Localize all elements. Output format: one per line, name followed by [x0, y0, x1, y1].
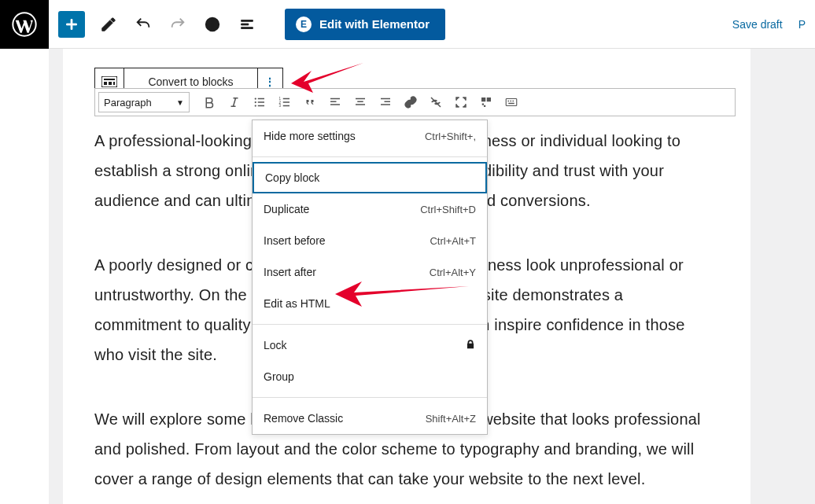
outline-button[interactable]	[231, 9, 263, 40]
svg-rect-35	[513, 101, 514, 102]
wp-logo[interactable]	[0, 0, 49, 49]
align-center-button[interactable]	[348, 90, 372, 114]
redo-button[interactable]	[162, 9, 194, 40]
menu-group[interactable]: Group	[253, 361, 487, 392]
insert-button[interactable]	[474, 90, 498, 114]
bullet-list-button[interactable]	[248, 90, 271, 114]
italic-button[interactable]	[223, 90, 246, 114]
svg-rect-8	[113, 82, 115, 85]
svg-rect-26	[356, 104, 365, 105]
menu-label: Insert after	[264, 266, 316, 278]
menu-label: Remove Classic	[264, 412, 343, 425]
svg-rect-23	[330, 104, 340, 105]
add-block-button[interactable]	[58, 11, 85, 38]
svg-point-10	[255, 101, 256, 103]
svg-rect-24	[356, 98, 365, 100]
svg-rect-33	[508, 101, 510, 102]
menu-remove-classic[interactable]: Remove Classic Shift+Alt+Z	[253, 403, 487, 434]
menu-label: Lock	[264, 339, 287, 351]
menu-label: Duplicate	[264, 203, 309, 215]
menu-duplicate[interactable]: Duplicate Ctrl+Shift+D	[253, 193, 487, 225]
edit-tool-icon[interactable]	[93, 9, 124, 40]
svg-rect-27	[381, 98, 390, 100]
svg-rect-30	[481, 97, 485, 101]
svg-text:3: 3	[279, 104, 282, 108]
menu-lock[interactable]: Lock	[253, 329, 487, 361]
svg-point-9	[255, 97, 256, 99]
svg-rect-34	[511, 101, 512, 102]
undo-button[interactable]	[127, 9, 159, 40]
svg-rect-6	[104, 82, 107, 85]
menu-shortcut: Ctrl+Shift+,	[425, 131, 476, 142]
menu-insert-before[interactable]: Insert before Ctrl+Alt+T	[253, 225, 487, 256]
format-toolbar: Paragraph ▼ 123	[94, 88, 736, 116]
menu-hide-more-settings[interactable]: Hide more settings Ctrl+Shift+,	[253, 120, 487, 152]
menu-shortcut: Ctrl+Alt+T	[430, 235, 476, 247]
svg-rect-20	[283, 105, 289, 107]
keyboard-button[interactable]	[500, 90, 523, 114]
cropped-text: P	[792, 18, 806, 31]
save-draft-button[interactable]: Save draft	[726, 18, 789, 31]
lock-icon	[465, 339, 476, 352]
svg-rect-3	[212, 24, 213, 28]
menu-label: Hide more settings	[264, 130, 356, 142]
svg-rect-25	[357, 101, 363, 103]
link-button[interactable]	[399, 90, 422, 114]
svg-rect-28	[385, 101, 391, 103]
edit-with-elementor-button[interactable]: E Edit with Elementor	[285, 9, 445, 40]
menu-shortcut: Shift+Alt+Z	[426, 413, 476, 425]
menu-edit-as-html[interactable]: Edit as HTML	[253, 288, 487, 319]
bold-button[interactable]	[197, 90, 221, 114]
svg-rect-21	[330, 98, 340, 100]
unlink-button[interactable]	[424, 90, 448, 114]
menu-label: Group	[264, 370, 294, 383]
svg-rect-5	[104, 79, 115, 80]
svg-rect-29	[381, 104, 390, 105]
menu-shortcut: Ctrl+Shift+D	[420, 204, 476, 215]
paragraph-select-label: Paragraph	[104, 97, 152, 109]
chevron-down-icon: ▼	[176, 98, 184, 107]
svg-rect-31	[487, 97, 491, 101]
menu-label: Copy block	[265, 171, 319, 184]
svg-rect-32	[506, 99, 517, 106]
block-options-menu: Hide more settings Ctrl+Shift+, Copy blo…	[252, 120, 488, 435]
menu-shortcut: Ctrl+Alt+Y	[430, 267, 476, 278]
svg-point-11	[255, 105, 256, 106]
svg-point-2	[212, 20, 213, 22]
info-button[interactable]	[197, 9, 228, 40]
paragraph-select[interactable]: Paragraph ▼	[98, 92, 190, 112]
menu-insert-after[interactable]: Insert after Ctrl+Alt+Y	[253, 256, 487, 288]
fullscreen-button[interactable]	[449, 90, 473, 114]
svg-rect-7	[109, 82, 112, 85]
elementor-label: Edit with Elementor	[319, 17, 430, 31]
svg-rect-18	[283, 98, 289, 100]
align-right-button[interactable]	[374, 90, 397, 114]
svg-rect-19	[283, 101, 289, 103]
svg-rect-22	[330, 101, 337, 103]
svg-rect-36	[508, 103, 514, 105]
elementor-icon: E	[296, 17, 312, 32]
svg-rect-14	[258, 105, 264, 107]
numbered-list-button[interactable]: 123	[273, 90, 297, 114]
svg-rect-13	[258, 101, 264, 103]
blockquote-button[interactable]	[298, 90, 322, 114]
svg-rect-12	[258, 98, 264, 100]
menu-label: Edit as HTML	[264, 297, 330, 310]
menu-copy-block[interactable]: Copy block	[253, 162, 487, 193]
align-left-button[interactable]	[323, 90, 347, 114]
menu-label: Insert before	[264, 234, 326, 247]
